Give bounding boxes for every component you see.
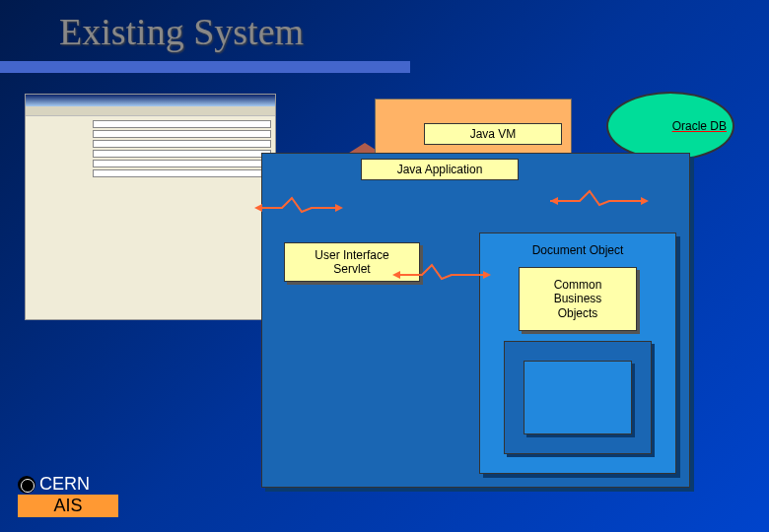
java-application-box: Java Application User InterfaceServlet D… [261, 153, 690, 488]
cern-icon [18, 476, 35, 494]
nested-object-inner [524, 361, 632, 434]
document-object-label: Document Object [532, 243, 624, 257]
footer-dept-text: AIS [18, 495, 118, 517]
form-row [30, 130, 271, 138]
browser-toolbar [26, 106, 275, 116]
common-business-objects-box: CommonBusinessObjects [519, 267, 637, 331]
form-row [30, 150, 271, 158]
title-underline [0, 61, 410, 73]
diagram-area: Java VM Oracle DB Java Application User … [0, 84, 769, 517]
form-row [30, 120, 271, 128]
footer-org-text: CERN [39, 474, 90, 495]
form-row [30, 169, 271, 177]
footer-cern-row: CERN [18, 474, 118, 495]
slide-title: Existing System [59, 10, 304, 53]
browser-body [26, 116, 275, 183]
form-row [30, 140, 271, 148]
nested-object-outer [504, 341, 652, 454]
browser-titlebar [26, 95, 275, 106]
browser-window-screenshot [25, 94, 276, 320]
java-vm-box: Java VM [424, 123, 562, 145]
ui-servlet-box: User InterfaceServlet [284, 242, 420, 282]
form-row [30, 160, 271, 167]
footer: CERN AIS [18, 474, 118, 517]
java-application-label: Java Application [361, 159, 519, 180]
oracle-db-ellipse: Oracle DB [606, 92, 734, 161]
document-object-box: Document Object CommonBusinessObjects [479, 233, 676, 474]
